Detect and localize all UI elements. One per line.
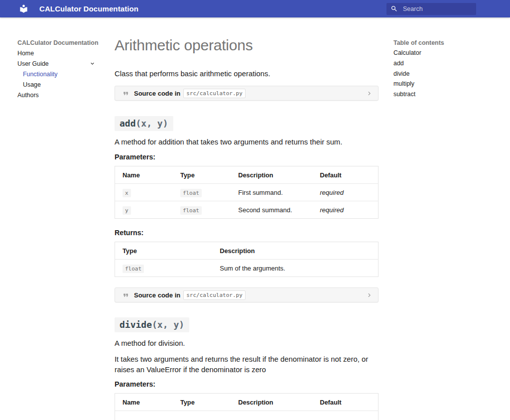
- format-quote-icon: [120, 291, 134, 299]
- details-label: Source code in: [134, 291, 180, 299]
- col-header-default: Default: [312, 394, 378, 411]
- toc-title: Table of contents: [393, 37, 493, 48]
- method-name: add: [120, 118, 136, 129]
- param-name-cell: y: [115, 201, 173, 219]
- param-default-cell: [312, 411, 378, 420]
- sidebar-item-label: Home: [17, 50, 34, 57]
- return-desc-cell: Sum of the arguments.: [212, 260, 378, 277]
- col-header-name: Name: [115, 166, 173, 184]
- add-parameters-table: Name Type Description Default x float Fi…: [115, 166, 379, 219]
- param-name-cell: [115, 411, 173, 420]
- col-header-type: Type: [115, 242, 213, 260]
- add-returns-table: Type Description float Sum of the argume…: [115, 242, 379, 277]
- chevron-down-icon[interactable]: [89, 60, 96, 67]
- source-path-chip: src/calculator.py: [183, 290, 246, 300]
- col-header-name: Name: [115, 394, 173, 411]
- toc-item-label: multiply: [393, 80, 414, 87]
- col-header-default: Default: [312, 166, 378, 184]
- code-chip: y: [123, 206, 131, 215]
- app-header: CALCulator Documentation: [0, 0, 510, 17]
- sidebar-item-label: Authors: [17, 92, 39, 99]
- param-default-cell: required: [312, 201, 378, 219]
- source-code-details-add-class[interactable]: Source code in src/calculator.py: [115, 86, 379, 101]
- toc-item-divide[interactable]: divide: [393, 68, 493, 79]
- toc-item-label: Calculator: [393, 49, 421, 56]
- param-default-cell: required: [312, 184, 378, 201]
- table-row: y float Second summand. required: [115, 201, 379, 219]
- code-chip: float: [123, 265, 144, 273]
- search-icon: [390, 5, 398, 12]
- method-signature-divide: divide(x, y): [115, 317, 189, 332]
- table-header-row: Name Type Description Default: [115, 394, 379, 411]
- param-type-cell: float: [173, 201, 231, 219]
- format-quote-icon: [120, 90, 134, 97]
- col-header-type: Type: [173, 394, 231, 411]
- param-name-cell: x: [115, 184, 173, 201]
- sidebar-item-functionality[interactable]: Functionality: [17, 69, 110, 79]
- code-chip: float: [180, 206, 202, 215]
- sidebar-item-label: Functionality: [23, 71, 58, 78]
- intro-paragraph: Class that performs basic arithmetic ope…: [115, 69, 379, 79]
- toc-item-label: add: [393, 60, 404, 67]
- sidebar-nav: CALCulator Documentation Home User Guide…: [17, 37, 110, 100]
- sidebar-item-label: User Guide: [17, 60, 49, 67]
- sidebar-item-home[interactable]: Home: [17, 48, 110, 58]
- add-description: A method for addition that takes two arg…: [115, 137, 379, 147]
- method-args: (x, y): [152, 319, 184, 330]
- table-row: x float First summand. required: [115, 184, 379, 201]
- toc-item-label: divide: [393, 70, 409, 77]
- divide-description-1: A method for division.: [115, 338, 379, 349]
- search-input[interactable]: [403, 5, 463, 12]
- toc-item-multiply[interactable]: multiply: [393, 79, 493, 89]
- toc-item-subtract[interactable]: subtract: [393, 89, 493, 100]
- table-of-contents: Table of contents Calculator add divide …: [393, 37, 493, 99]
- table-header-row: Name Type Description Default: [115, 166, 379, 184]
- main-content: Arithmetic operations Class that perform…: [115, 17, 379, 420]
- param-type-cell: float: [173, 184, 231, 201]
- col-header-description: Description: [231, 166, 312, 184]
- source-code-details-add-method[interactable]: Source code in src/calculator.py: [115, 287, 379, 302]
- param-type-cell: [173, 411, 231, 420]
- method-name: divide: [120, 319, 152, 330]
- divide-description-2: It takes two arguments and returns the r…: [115, 354, 379, 375]
- parameters-label: Parameters:: [115, 380, 379, 388]
- param-desc-cell: [231, 411, 312, 420]
- details-label: Source code in: [134, 90, 180, 97]
- sidebar-item-usage[interactable]: Usage: [17, 79, 110, 90]
- sidebar-item-user-guide[interactable]: User Guide: [17, 58, 110, 69]
- returns-label: Returns:: [115, 229, 379, 237]
- method-signature-add: add(x, y): [115, 116, 173, 131]
- table-row: [115, 411, 379, 420]
- parameters-label: Parameters:: [115, 153, 379, 161]
- code-chip: float: [180, 189, 202, 197]
- sidebar-item-authors[interactable]: Authors: [17, 90, 110, 100]
- search-box[interactable]: [386, 3, 476, 15]
- chevron-right-icon[interactable]: [366, 90, 373, 97]
- col-header-type: Type: [173, 166, 231, 184]
- code-chip: x: [123, 189, 131, 197]
- chevron-right-icon[interactable]: [366, 291, 373, 299]
- toc-item-label: subtract: [393, 91, 415, 98]
- return-type-cell: float: [115, 260, 213, 277]
- toc-item-add[interactable]: add: [393, 58, 493, 69]
- sidebar-site-title: CALCulator Documentation: [17, 37, 110, 48]
- divide-parameters-table: Name Type Description Default: [115, 393, 379, 420]
- param-desc-cell: First summand.: [231, 184, 312, 201]
- local-library-icon[interactable]: [19, 4, 28, 13]
- toc-item-calculator[interactable]: Calculator: [393, 48, 493, 58]
- sidebar-item-label: Usage: [23, 81, 41, 88]
- page-title: Arithmetic operations: [115, 36, 379, 55]
- param-desc-cell: Second summand.: [231, 201, 312, 219]
- app-title: CALCulator Documentation: [39, 4, 138, 13]
- table-header-row: Type Description: [115, 242, 379, 260]
- method-args: (x, y): [136, 118, 168, 129]
- col-header-description: Description: [231, 394, 312, 411]
- col-header-description: Description: [212, 242, 378, 260]
- source-path-chip: src/calculator.py: [183, 89, 246, 98]
- header-left: CALCulator Documentation: [0, 4, 138, 13]
- table-row: float Sum of the arguments.: [115, 260, 379, 277]
